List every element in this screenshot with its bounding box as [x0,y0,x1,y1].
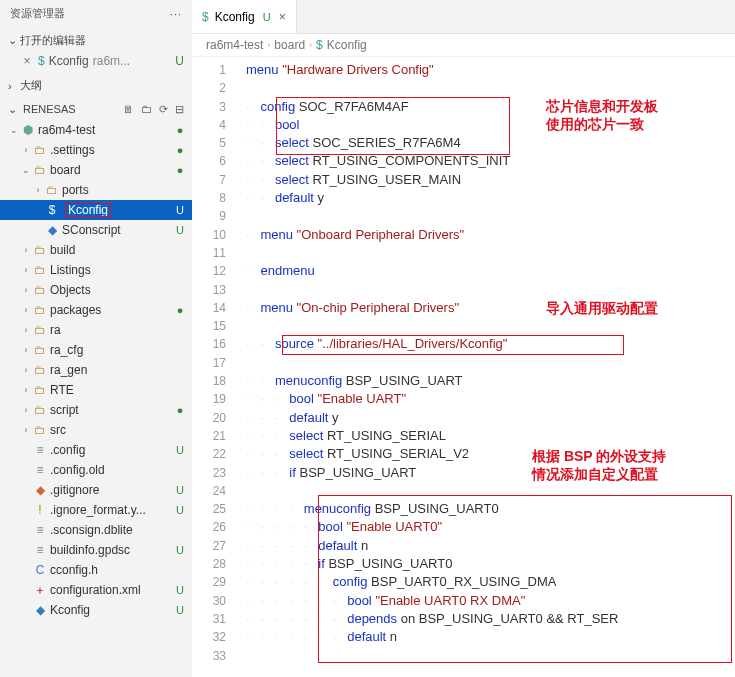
tree-item[interactable]: ›🗀ra_gen [0,360,192,380]
code-editor[interactable]: 1234567891011121314151617181920212223242… [192,57,735,677]
chevron-right-icon: › [20,385,32,395]
tree-item[interactable]: ≡.configU [0,440,192,460]
tree-item[interactable]: ›🗀script● [0,400,192,420]
folder-icon: 🗀 [32,403,48,417]
file-icon: $ [44,203,60,217]
chevron-right-icon: › [20,285,32,295]
open-editor-item[interactable]: × $ Kconfig ra6m... U [0,52,192,70]
tree-item-label: .gitignore [50,483,172,497]
refresh-icon[interactable]: ⟳ [159,103,168,115]
tree-item-label: configuration.xml [50,583,172,597]
folder-icon: 🗀 [44,183,60,197]
chevron-right-icon: › [20,305,32,315]
git-status: U [172,604,188,616]
tree-item[interactable]: ›🗀build [0,240,192,260]
chevron-down-icon: ⌄ [8,125,20,135]
tree-item[interactable]: ≡buildinfo.gpdscU [0,540,192,560]
editor: $ Kconfig U × ra6m4-test› board› $ Kconf… [192,0,735,677]
tree-item[interactable]: ≡.sconsign.dblite [0,520,192,540]
tree-item[interactable]: ›🗀ports [0,180,192,200]
git-status: U [172,584,188,596]
tree-item-label: .sconsign.dblite [50,523,172,537]
close-icon[interactable]: × [279,10,286,24]
tree-item-label: packages [50,303,172,317]
tree-item[interactable]: ›🗀packages● [0,300,192,320]
project-icon: ⬢ [20,123,36,137]
folder-icon: 🗀 [32,243,48,257]
tree-item[interactable]: Ccconfig.h [0,560,192,580]
chevron-right-icon: › [20,365,32,375]
tree-item[interactable]: ›🗀Listings [0,260,192,280]
git-status: ● [172,404,188,416]
tree-root[interactable]: ⌄ ⬢ ra6m4-test ● [0,120,192,140]
folder-icon: 🗀 [32,303,48,317]
tree-item[interactable]: ◆SConscriptU [0,220,192,240]
tree-item[interactable]: ᚐconfiguration.xmlU [0,580,192,600]
tree-item-label: cconfig.h [50,563,172,577]
git-status: U [172,224,188,236]
chevron-right-icon: › [20,405,32,415]
workspace-header[interactable]: ⌄ RENESAS 🗎 🗀 ⟳ ⊟ [0,99,192,120]
file-icon: ≡ [32,543,48,557]
tree-item[interactable]: ›🗀RTE [0,380,192,400]
sidebar: 资源管理器 ··· ⌄ 打开的编辑器 × $ Kconfig ra6m... U… [0,0,192,677]
new-file-icon[interactable]: 🗎 [123,103,134,115]
open-editors-header[interactable]: ⌄ 打开的编辑器 [0,29,192,52]
tab-kconfig[interactable]: $ Kconfig U × [192,0,297,33]
file-icon: ≡ [32,463,48,477]
tree-item-label: RTE [50,383,172,397]
close-icon[interactable]: × [20,54,34,68]
folder-icon: 🗀 [32,343,48,357]
tree-item-label: Kconfig [62,203,172,217]
tree-item-label: .config.old [50,463,172,477]
file-icon: ! [32,503,48,517]
tree-item[interactable]: ›🗀ra [0,320,192,340]
git-status: ● [172,304,188,316]
explorer-header: 资源管理器 ··· [0,0,192,27]
chevron-down-icon: ⌄ [8,103,20,116]
tree-item-label: ra_cfg [50,343,172,357]
chevron-right-icon: › [32,185,44,195]
tree-item[interactable]: ›🗀Objects [0,280,192,300]
tree-item-label: buildinfo.gpdsc [50,543,172,557]
new-folder-icon[interactable]: 🗀 [141,103,152,115]
tree-item[interactable]: ›🗀ra_cfg [0,340,192,360]
chevron-down-icon: ⌄ [20,165,32,175]
folder-icon: 🗀 [32,383,48,397]
folder-icon: 🗀 [32,423,48,437]
tree-item-label: ra [50,323,172,337]
line-gutter: 1234567891011121314151617181920212223242… [192,61,240,665]
tree-item-label: Objects [50,283,172,297]
tree-item-label: ports [62,183,172,197]
tree-item-label: board [50,163,172,177]
folder-icon: 🗀 [32,143,48,157]
chevron-right-icon: › [20,325,32,335]
chevron-right-icon: › [20,145,32,155]
tree-item[interactable]: ≡.config.old [0,460,192,480]
tab-bar: $ Kconfig U × [192,0,735,34]
tree-item-label: build [50,243,172,257]
more-icon[interactable]: ··· [170,8,182,20]
file-icon: ◆ [44,223,60,237]
tree-item[interactable]: ⌄🗀board● [0,160,192,180]
git-status: U [172,504,188,516]
tree-item[interactable]: ◆.gitignoreU [0,480,192,500]
collapse-icon[interactable]: ⊟ [175,103,184,115]
tree-item-label: Listings [50,263,172,277]
folder-icon: 🗀 [32,263,48,277]
tree-item-label: .ignore_format.y... [50,503,172,517]
tree-item[interactable]: $KconfigU [0,200,192,220]
folder-icon: 🗀 [32,363,48,377]
tree-item[interactable]: ›🗀.settings● [0,140,192,160]
tree-item[interactable]: ◆KconfigU [0,600,192,620]
git-status: U [172,204,188,216]
outline-header[interactable]: › 大纲 [0,74,192,97]
file-icon: ◆ [32,483,48,497]
chevron-right-icon: › [20,425,32,435]
breadcrumb[interactable]: ra6m4-test› board› $ Kconfig [192,34,735,57]
git-status: ● [172,164,188,176]
chevron-right-icon: › [8,80,20,92]
tree-item[interactable]: !.ignore_format.y...U [0,500,192,520]
tree-item-label: src [50,423,172,437]
tree-item[interactable]: ›🗀src [0,420,192,440]
